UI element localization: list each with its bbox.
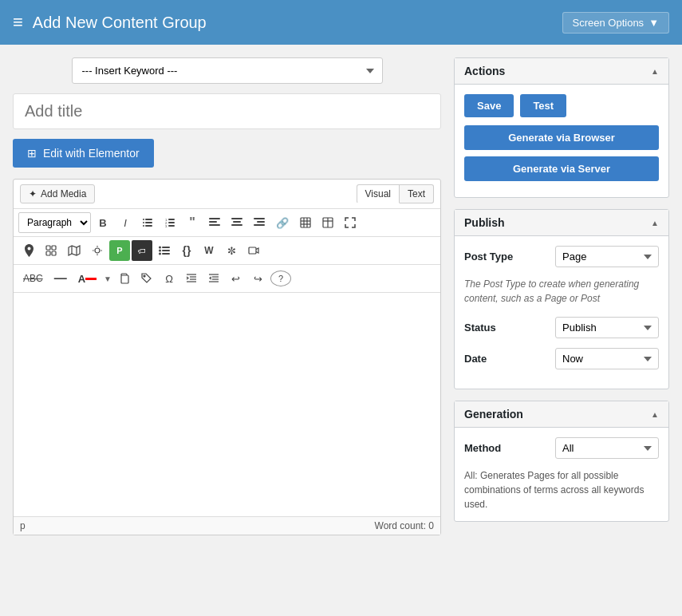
strikethrough-button[interactable]: ABC [18, 268, 48, 289]
tab-text[interactable]: Text [400, 184, 434, 203]
svg-point-51 [144, 275, 145, 277]
svg-rect-9 [168, 222, 175, 223]
green-p-icon-button[interactable]: P [109, 240, 130, 261]
method-field: Method All [464, 437, 659, 459]
svg-point-47 [159, 253, 161, 255]
edit-with-elementor-button[interactable]: ⊞ Edit with Elementor [13, 139, 154, 168]
screen-options-chevron-icon: ▼ [648, 17, 659, 29]
header-left: ≡ Add New Content Group [13, 12, 207, 33]
list-icon-button[interactable] [154, 240, 175, 261]
screen-options-label: Screen Options [573, 17, 645, 29]
svg-rect-49 [249, 247, 256, 254]
generation-panel-header[interactable]: Generation ▲ [455, 401, 668, 428]
add-media-button[interactable]: ✦ Add Media [20, 184, 95, 203]
numbered-list-button[interactable]: 1.2.3. [160, 212, 180, 233]
add-media-label: Add Media [41, 188, 86, 199]
actions-panel-header[interactable]: Actions ▲ [455, 58, 668, 85]
table2-button[interactable] [317, 212, 338, 233]
hr-button[interactable]: — [49, 268, 72, 289]
screen-options-button[interactable]: Screen Options ▼ [562, 12, 669, 34]
svg-rect-12 [209, 218, 220, 219]
asterisk-button[interactable]: ✼ [221, 240, 242, 261]
editor-container: ✦ Add Media Visual Text Paragraph B I [13, 179, 441, 535]
post-type-inline: Post Type Page [464, 246, 659, 267]
method-select[interactable]: All [555, 437, 659, 459]
indent-button[interactable] [181, 268, 202, 289]
date-select[interactable]: Now [555, 348, 659, 369]
fullscreen-button[interactable] [340, 212, 361, 233]
post-type-field: Post Type Page The Post Type to create w… [464, 246, 659, 306]
svg-rect-3 [145, 222, 152, 223]
generate-via-browser-button[interactable]: Generate via Browser [464, 125, 659, 150]
generation-panel: Generation ▲ Method All All: Generates P… [454, 401, 669, 522]
paste-button[interactable] [114, 268, 135, 289]
method-label: Method [464, 442, 501, 454]
curly-brace-button[interactable]: {} [176, 240, 197, 261]
main-content: --- Insert Keyword --- ⊞ Edit with Eleme… [0, 45, 682, 548]
test-button[interactable]: Test [520, 94, 566, 117]
svg-rect-44 [162, 247, 170, 248]
svg-rect-16 [231, 218, 242, 219]
keyword-select[interactable]: --- Insert Keyword --- [72, 57, 383, 84]
svg-text:3.: 3. [165, 224, 168, 228]
wp-menu-icon: ≡ [13, 12, 23, 33]
editor-footer: p Word count: 0 [14, 516, 440, 535]
help-button[interactable]: ? [270, 270, 291, 286]
right-column: Actions ▲ Save Test Generate via Browser… [454, 57, 669, 535]
align-left-button[interactable] [204, 212, 225, 233]
tab-visual[interactable]: Visual [357, 184, 400, 203]
date-field: Date Now [464, 348, 659, 369]
svg-rect-21 [257, 221, 265, 223]
svg-rect-2 [143, 222, 144, 223]
keyword-select-wrapper: --- Insert Keyword --- [13, 57, 441, 84]
generate-via-server-button[interactable]: Generate via Server [464, 156, 659, 181]
generation-panel-title: Generation [464, 408, 523, 421]
generation-desc: All: Generates Pages for all possible co… [464, 468, 659, 511]
title-input[interactable] [13, 93, 441, 129]
italic-button[interactable]: I [115, 212, 136, 233]
svg-rect-11 [168, 225, 175, 227]
link-button[interactable]: 🔗 [271, 212, 294, 233]
paragraph-select[interactable]: Paragraph [18, 212, 91, 233]
date-label: Date [464, 353, 487, 365]
publish-panel-header[interactable]: Publish ▲ [455, 210, 668, 236]
bold-button[interactable]: B [93, 212, 113, 233]
omega-button[interactable]: Ω [159, 268, 179, 289]
actions-panel-body: Save Test Generate via Browser Generate … [455, 85, 668, 197]
location-icon-button[interactable] [18, 240, 39, 261]
svg-rect-13 [209, 221, 217, 223]
sun-icon-button[interactable] [87, 240, 108, 261]
table-button[interactable] [295, 212, 316, 233]
generation-panel-body: Method All All: Generates Pages for all … [455, 428, 668, 521]
bullet-list-button[interactable] [137, 212, 158, 233]
svg-rect-33 [52, 246, 56, 250]
custom-icon-button[interactable]: 🏷 [132, 240, 152, 261]
editor-body[interactable] [14, 293, 440, 516]
map-icon-button[interactable] [63, 240, 85, 261]
svg-rect-24 [301, 218, 310, 227]
blockquote-button[interactable]: " [182, 212, 203, 233]
save-button[interactable]: Save [464, 94, 514, 117]
svg-rect-17 [233, 221, 241, 223]
add-media-bar: ✦ Add Media Visual Text [14, 180, 440, 209]
svg-rect-14 [209, 224, 220, 226]
publish-panel: Publish ▲ Post Type Page The Post Type t… [454, 209, 669, 389]
status-label: Status [464, 322, 496, 334]
redo-button[interactable]: ↪ [248, 268, 269, 289]
post-type-select[interactable]: Page [555, 246, 659, 267]
video-button[interactable] [243, 240, 264, 261]
undo-button[interactable]: ↩ [226, 268, 246, 289]
tag-button[interactable] [136, 268, 157, 289]
align-right-button[interactable] [249, 212, 270, 233]
align-center-button[interactable] [227, 212, 247, 233]
status-field: Status Publish [464, 317, 659, 338]
publish-panel-body: Post Type Page The Post Type to create w… [455, 236, 668, 389]
status-select[interactable]: Publish [555, 317, 659, 338]
widget-icon-button[interactable] [41, 240, 61, 261]
save-test-row: Save Test [464, 94, 659, 117]
post-type-desc: The Post Type to create when generating … [464, 277, 659, 306]
publish-panel-title: Publish [464, 216, 505, 229]
font-color-button[interactable]: A [73, 268, 101, 289]
outdent-button[interactable] [203, 268, 224, 289]
wikipedia-button[interactable]: W [199, 240, 219, 261]
